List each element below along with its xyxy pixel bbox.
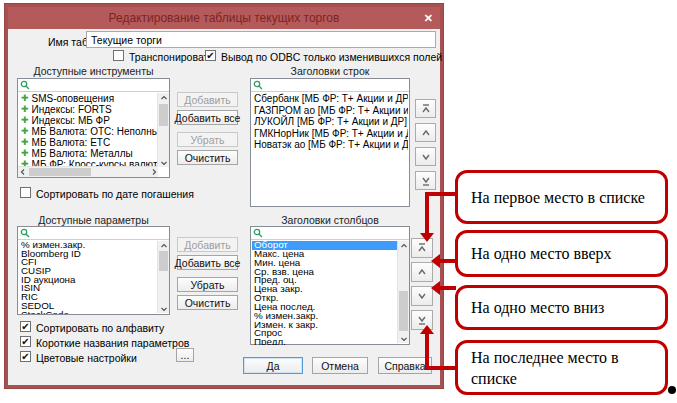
row-header-item[interactable]: Сбербанк [МБ ФР: Т+ Акции и ДР] bbox=[252, 93, 408, 105]
dialog-body: Имя таблицы Транспонировать ✔ Вывод по O… bbox=[8, 29, 440, 385]
rows-move-up-button[interactable] bbox=[415, 123, 436, 142]
search-icon bbox=[20, 80, 30, 90]
ok-button[interactable]: Да bbox=[243, 357, 303, 374]
rows-move-to-top-button[interactable] bbox=[415, 99, 436, 118]
color-settings-checkbox[interactable]: ✔ bbox=[20, 351, 31, 362]
scroll-up-icon[interactable] bbox=[398, 241, 409, 250]
instrument-label: МБ Валюта: Металлы bbox=[32, 148, 133, 159]
arrow-left-icon bbox=[431, 281, 440, 295]
row-header-label: ГАЗПРОМ ао [МБ ФР: Т+ Акции и ДР] bbox=[254, 105, 408, 117]
cols-move-down-button[interactable] bbox=[411, 286, 433, 306]
parameter-item[interactable]: ISIN bbox=[19, 284, 158, 293]
arrow-line bbox=[425, 192, 429, 234]
chevron-down-icon bbox=[416, 290, 428, 302]
scroll-right-icon[interactable] bbox=[149, 167, 158, 177]
short-names-label[interactable]: Короткие названия параметров bbox=[36, 337, 189, 349]
row-header-label: Сбербанк [МБ ФР: Т+ Акции и ДР] bbox=[254, 93, 408, 105]
instrument-list-item[interactable]: ✚ МБ Валюта: ЕТС bbox=[19, 137, 158, 148]
instruments-vertical-scrollbar[interactable] bbox=[157, 93, 169, 167]
callout-text: На одно место вверх bbox=[471, 243, 612, 264]
remove-instrument-button[interactable]: Убрать bbox=[177, 132, 238, 147]
plus-icon: ✚ bbox=[21, 116, 29, 125]
plus-icon: ✚ bbox=[21, 138, 29, 147]
row-header-item[interactable]: ГАЗПРОМ ао [МБ ФР: Т+ Акции и ДР] bbox=[252, 105, 408, 117]
col-header-item[interactable]: Предл. bbox=[252, 338, 398, 345]
transpose-checkbox[interactable] bbox=[113, 50, 124, 61]
search-icon bbox=[20, 228, 30, 238]
parameters-group-label: Доступные параметры bbox=[17, 214, 170, 226]
close-icon[interactable]: ✕ bbox=[424, 7, 433, 29]
table-name-input[interactable] bbox=[86, 31, 436, 48]
scrollbar-thumb[interactable] bbox=[29, 168, 91, 176]
scrollbar-thumb[interactable] bbox=[399, 291, 408, 331]
instruments-search-input[interactable] bbox=[30, 80, 169, 91]
short-names-checkbox[interactable]: ✔ bbox=[20, 336, 31, 347]
parameter-item[interactable]: Bloomberg ID bbox=[19, 250, 158, 259]
scroll-up-icon[interactable] bbox=[158, 93, 169, 102]
callout-to-last: На последнее место в списке bbox=[455, 340, 668, 395]
clear-parameters-button[interactable]: Очистить bbox=[177, 295, 238, 310]
instrument-list-item[interactable]: ✚ МБ Валюта: Металлы bbox=[19, 148, 158, 159]
instrument-label: Индексы: FORTS bbox=[32, 104, 112, 115]
rows-move-to-bottom-button[interactable] bbox=[415, 171, 436, 190]
add-instrument-button[interactable]: Добавить bbox=[177, 92, 238, 107]
color-settings-label[interactable]: Цветовые настройки bbox=[36, 352, 137, 364]
arrow-line bbox=[427, 192, 456, 196]
arrow-down-icon bbox=[420, 233, 434, 242]
row-header-item[interactable]: Новатэк ао [МБ ФР: Т+ Акции и ДР] bbox=[252, 139, 408, 151]
search-icon bbox=[253, 228, 263, 238]
callout-down-one: На одно место вниз bbox=[455, 285, 668, 330]
row-headers-search-input[interactable] bbox=[263, 80, 409, 91]
odbc-label[interactable]: Вывод по ODBC только изменившихся полей bbox=[221, 51, 442, 63]
col-headers-list: Оборот Макс. цена Мин. цена Ср. взв. цен… bbox=[252, 241, 398, 345]
parameters-vertical-scrollbar[interactable] bbox=[157, 241, 169, 313]
scroll-down-icon[interactable] bbox=[158, 158, 169, 167]
callout-up-one: На одно место вверх bbox=[455, 230, 668, 277]
col-headers-search-input[interactable] bbox=[263, 228, 409, 239]
add-all-instruments-button[interactable]: Добавить все bbox=[177, 110, 238, 125]
scrollbar-thumb[interactable] bbox=[159, 251, 168, 271]
scroll-down-icon[interactable] bbox=[158, 304, 169, 313]
parameter-item[interactable]: StockCode bbox=[19, 311, 158, 315]
help-button[interactable]: Справка bbox=[378, 357, 432, 374]
instrument-list-item[interactable]: ✚ МБ Валюта: ОТС: Неполные лоты bbox=[19, 126, 158, 137]
chevron-up-bar-icon bbox=[416, 242, 428, 254]
clear-instruments-button[interactable]: Очистить bbox=[177, 150, 238, 165]
row-header-item[interactable]: ЛУКОЙЛ [МБ ФР: Т+ Акции и ДР] bbox=[252, 116, 408, 128]
instrument-list-item[interactable]: ✚ SMS-оповещения bbox=[19, 93, 158, 104]
col-header-label: Предл. bbox=[254, 338, 286, 345]
sort-alpha-label[interactable]: Сортировать по алфавиту bbox=[36, 322, 164, 334]
sort-by-date-checkbox[interactable] bbox=[20, 187, 31, 198]
cancel-button[interactable]: Отмена bbox=[312, 357, 368, 374]
instrument-label: МБ Валюта: ЕТС bbox=[32, 137, 111, 148]
add-all-parameters-button[interactable]: Добавить все bbox=[177, 255, 238, 270]
scroll-up-icon[interactable] bbox=[158, 241, 169, 250]
parameters-search-input[interactable] bbox=[30, 228, 169, 239]
sort-by-date-label[interactable]: Сортировать по дате погашения bbox=[36, 188, 194, 200]
scrollbar-thumb[interactable] bbox=[159, 104, 168, 126]
parameters-list: % измен.закр. Bloomberg ID CFI CUSIP bbox=[19, 241, 158, 314]
add-parameter-button[interactable]: Добавить bbox=[177, 237, 238, 252]
instrument-list-item[interactable]: ✚ Индексы: МБ ФР bbox=[19, 115, 158, 126]
rows-move-down-button[interactable] bbox=[415, 147, 436, 166]
row-header-label: ЛУКОЙЛ [МБ ФР: Т+ Акции и ДР] bbox=[254, 116, 407, 128]
sort-alpha-checkbox[interactable]: ✔ bbox=[20, 321, 31, 332]
scroll-down-icon[interactable] bbox=[398, 334, 409, 343]
plus-icon: ✚ bbox=[21, 149, 29, 158]
transpose-label[interactable]: Транспонировать bbox=[129, 51, 214, 63]
row-headers-search bbox=[251, 79, 409, 92]
title-bar[interactable]: Редактирование таблицы текущих торгов ✕ bbox=[8, 7, 440, 29]
instrument-list-item[interactable]: ✚ Индексы: FORTS bbox=[19, 104, 158, 115]
odbc-checkbox[interactable]: ✔ bbox=[205, 50, 216, 61]
col-headers-vertical-scrollbar[interactable] bbox=[397, 241, 409, 343]
cols-move-up-button[interactable] bbox=[411, 262, 433, 282]
instruments-horizontal-scrollbar[interactable] bbox=[18, 166, 158, 177]
row-headers-list: Сбербанк [МБ ФР: Т+ Акции и ДР] ГАЗПРОМ … bbox=[252, 93, 408, 205]
scroll-left-icon[interactable] bbox=[18, 167, 27, 177]
arrow-line bbox=[440, 259, 456, 263]
row-header-item[interactable]: ГМКНорНик [МБ ФР: Т+ Акции и ДР] bbox=[252, 128, 408, 140]
plus-icon: ✚ bbox=[21, 94, 29, 103]
remove-parameter-button[interactable]: Убрать bbox=[177, 277, 238, 292]
color-settings-more-button[interactable]: ... bbox=[176, 348, 194, 362]
plus-icon: ✚ bbox=[21, 127, 29, 136]
